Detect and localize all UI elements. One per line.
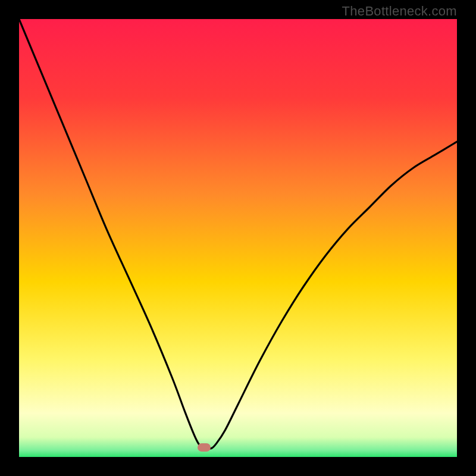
curve-svg (19, 19, 457, 457)
optimal-marker (198, 443, 211, 452)
chart-frame: TheBottleneck.com (0, 0, 476, 476)
plot-area (19, 19, 457, 457)
watermark-text: TheBottleneck.com (342, 4, 457, 19)
bottleneck-curve (19, 19, 457, 449)
